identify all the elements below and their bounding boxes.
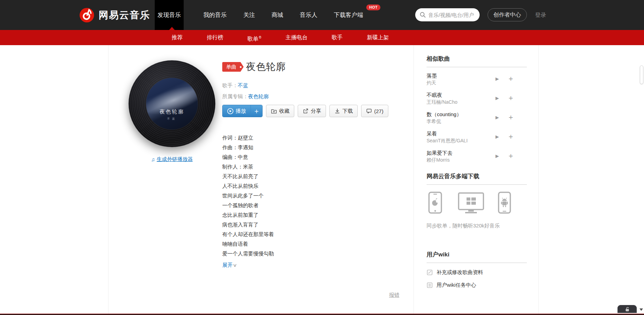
topnav-item-label: 下载客户端 <box>334 12 363 18</box>
topnav-item-label: 我的音乐 <box>203 12 227 18</box>
subnav-item[interactable]: 新碟上架 <box>367 30 389 45</box>
album-row: 所属专辑：夜色轮廓 <box>222 93 415 100</box>
cover-title-text: 夜色轮廓 <box>146 109 198 115</box>
external-player-link[interactable]: ♫ 生成外链播放器 <box>151 156 193 163</box>
lyric-line: 病也渐入肓肓了 <box>222 220 415 230</box>
topnav-item[interactable]: 发现音乐 <box>155 0 184 30</box>
topnav-item[interactable]: 商城 <box>263 0 292 30</box>
similar-song-artist[interactable]: 李希侃 <box>427 119 494 125</box>
album-link[interactable]: 夜色轮廓 <box>248 93 269 99</box>
similar-song-actions: ▶ ＋ <box>495 76 514 81</box>
similar-song-row: 数（counting） 李希侃 ▶ ＋ <box>427 111 527 125</box>
expand-row: 展开 ∨ <box>222 262 415 268</box>
similar-song-title[interactable]: 落墨 <box>427 73 494 79</box>
play-circle-icon <box>227 108 234 114</box>
similar-song-artist[interactable]: SeanT肖恩恩/GALI <box>427 138 494 144</box>
similar-song-artist[interactable]: 灼天 <box>427 80 494 86</box>
download-icon <box>334 108 340 114</box>
topnav-item[interactable]: 下载客户端 HOT <box>326 0 371 30</box>
search-input[interactable] <box>415 8 480 21</box>
add-to-playlist-icon[interactable]: ＋ <box>507 114 514 120</box>
expand-lyrics-link[interactable]: 展开 <box>222 262 233 268</box>
player-bar-collapsed <box>0 314 644 315</box>
similar-song-artist[interactable]: 王珏楠/NaCho <box>427 99 494 105</box>
album-column: 夜色轮廓 不蓝 ♫ 生成外链播放器 <box>129 60 215 163</box>
scrollbar-thumb[interactable] <box>640 65 643 84</box>
subnav-list: 推荐 排行榜 歌单® 主播电台 歌手 新碟上架 <box>172 30 389 45</box>
download-button[interactable]: 下载 <box>329 105 358 117</box>
scrollbar-down-arrow[interactable] <box>640 308 643 311</box>
play-icon[interactable]: ▶ <box>495 134 499 139</box>
lyric-line: 有个人却还在那里等着 <box>222 230 415 239</box>
login-link[interactable]: 登录 <box>535 0 546 30</box>
subnav-item-label: 主播电台 <box>285 34 307 40</box>
netease-logo-icon <box>79 8 94 23</box>
song-type-badge: 单曲 <box>222 62 241 72</box>
sub-navbar: 推荐 排行榜 歌单® 主播电台 歌手 新碟上架 <box>0 30 644 45</box>
lyric-line: 世间从此多了一个 <box>222 191 415 201</box>
collect-button[interactable]: 收藏 <box>266 105 294 117</box>
comment-button[interactable]: (27) <box>361 105 388 117</box>
subnav-item-label: 推荐 <box>172 34 183 40</box>
add-to-playlist-icon[interactable]: ＋ <box>507 76 514 81</box>
add-to-playlist-icon[interactable]: ＋ <box>507 95 514 101</box>
artist-link[interactable]: 不蓝 <box>238 82 248 88</box>
subnav-item[interactable]: 歌手 <box>331 30 343 45</box>
similar-song-artist[interactable]: 赖仔Morris <box>427 157 494 163</box>
similar-song-row: 呆着 SeanT肖恩恩/GALI ▶ ＋ <box>427 131 527 144</box>
main-nav: 发现音乐 我的音乐 关注 商城 音乐人 下载客户端 HOT <box>155 0 371 30</box>
similar-song-title[interactable]: 如果爱下去 <box>427 150 494 156</box>
similar-song-row: 落墨 灼天 ▶ ＋ <box>427 73 527 86</box>
similar-song-title[interactable]: 呆着 <box>427 131 494 137</box>
play-icon[interactable]: ▶ <box>495 95 499 101</box>
pc-download-icon[interactable] <box>458 192 484 215</box>
similar-song-actions: ▶ ＋ <box>495 114 514 120</box>
add-to-playlist-icon[interactable]: ＋ <box>507 153 514 159</box>
play-button[interactable]: 播放 <box>223 105 251 117</box>
subnav-item-label: 歌手 <box>331 34 343 40</box>
subnav-item-label: 新碟上架 <box>367 34 389 40</box>
iphone-download-icon[interactable] <box>428 192 442 215</box>
add-to-playlist-button[interactable]: ＋ <box>251 105 262 117</box>
lyric-line: 喃喃自语着 <box>222 239 415 249</box>
similar-song-row: 不眠夜 王珏楠/NaCho ▶ ＋ <box>427 92 527 105</box>
play-icon[interactable]: ▶ <box>495 76 499 81</box>
android-download-icon[interactable] <box>498 192 511 215</box>
topnav-item[interactable]: 音乐人 <box>292 0 326 30</box>
song-info-column: 单曲 夜色轮廓 歌手：不蓝 所属专辑：夜色轮廓 <box>222 60 415 268</box>
lyric-line: 一个孤独的歌者 <box>222 201 415 210</box>
lyric-line: 天不比从前亮了 <box>222 172 415 181</box>
device-icons-row <box>427 192 527 215</box>
share-icon <box>303 108 309 114</box>
netease-logo[interactable]: 网易云音乐 <box>79 0 150 30</box>
add-to-playlist-icon[interactable]: ＋ <box>507 134 514 139</box>
subnav-item[interactable]: 主播电台 <box>285 30 307 45</box>
lyric-line: 作曲：李遇知 <box>222 143 415 152</box>
play-icon[interactable]: ▶ <box>495 153 499 159</box>
play-icon[interactable]: ▶ <box>495 115 499 120</box>
similar-song-row: 如果爱下去 赖仔Morris ▶ ＋ <box>427 150 527 163</box>
wiki-edit-song-info-link[interactable]: 补充或修改歌曲资料 <box>427 269 527 276</box>
subnav-item[interactable]: 排行榜 <box>207 30 223 45</box>
topnav-item[interactable]: 我的音乐 <box>195 0 235 30</box>
topnav-item-label: 音乐人 <box>300 12 317 18</box>
player-toggle-tab[interactable] <box>617 305 637 313</box>
similar-song-title[interactable]: 数（counting） <box>427 111 494 118</box>
action-buttons-row: 播放 ＋ 收藏 <box>222 105 415 117</box>
chevron-down-icon[interactable]: ∨ <box>233 263 237 268</box>
share-button[interactable]: 分享 <box>298 105 326 117</box>
active-indicator-triangle <box>169 27 175 30</box>
subnav-item[interactable]: 推荐 <box>172 30 183 45</box>
wiki-task-center-link[interactable]: 用户wiki任务中心 <box>427 282 527 288</box>
similar-song-title[interactable]: 不眠夜 <box>427 92 494 99</box>
collect-button-label: 收藏 <box>279 108 289 114</box>
topnav-item[interactable]: 关注 <box>235 0 263 30</box>
similar-song-actions: ▶ ＋ <box>495 134 514 139</box>
creator-center-button[interactable]: 创作者中心 <box>488 8 527 21</box>
lyrics-block: 作词：赵壁立 作曲：李遇知 编曲：中意 制作人：米茶 天不比从前亮了 人不比从前… <box>222 133 415 258</box>
subnav-item[interactable]: 歌单® <box>247 30 261 45</box>
artist-label: 歌手： <box>222 82 238 88</box>
share-button-label: 分享 <box>311 108 321 114</box>
report-error-link[interactable]: 报错 <box>389 292 399 298</box>
similar-songs-list: 落墨 灼天 ▶ ＋ 不眠夜 王珏楠/NaCho ▶ ＋ 数（counting） … <box>427 73 527 163</box>
